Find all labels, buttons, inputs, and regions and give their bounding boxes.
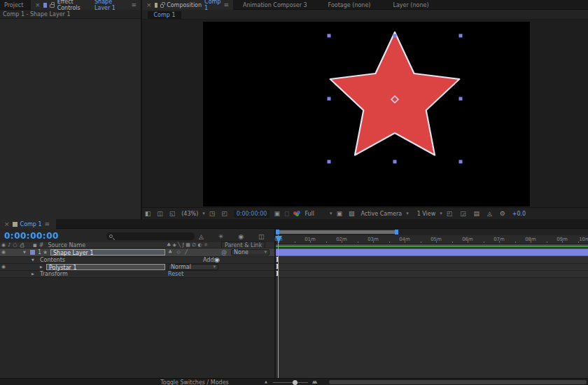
viewer-timecode[interactable]: 0:00:00:00 <box>234 210 270 218</box>
zoom-in-mountain-icon[interactable]: ▲▲ <box>312 379 316 384</box>
search-input[interactable] <box>106 232 195 240</box>
parent-dropdown[interactable]: None ▾ <box>231 249 270 255</box>
tab-project[interactable]: Project <box>0 0 31 10</box>
layer-label-swatch[interactable] <box>30 250 35 255</box>
snapshot-camera-icon[interactable]: ▣ <box>274 211 280 217</box>
tab-composition-label: Composition <box>167 2 202 8</box>
tab-project-label: Project <box>4 2 23 8</box>
zoom-out-mountain-icon[interactable]: ▲ <box>265 380 267 384</box>
layer-switches-icons[interactable]: ♣ ◇ ╱ <box>168 250 189 255</box>
ruler-tick <box>421 241 421 243</box>
close-icon[interactable]: × <box>4 220 10 227</box>
chevron-down-icon: ▾ <box>213 264 216 270</box>
tab-footage[interactable]: Footage (none) <box>324 0 375 10</box>
twirl-closed-icon[interactable]: ▶ <box>40 265 43 269</box>
navigator-handle-right[interactable] <box>395 230 398 234</box>
show-snapshot-icon[interactable]: ◻ <box>284 211 289 217</box>
resolution-dropdown[interactable]: Full <box>304 211 314 217</box>
playhead-line[interactable] <box>278 235 279 378</box>
twirl-open-icon[interactable]: ▼ <box>31 258 34 262</box>
show-channel-icon[interactable] <box>293 211 300 216</box>
close-icon[interactable]: × <box>146 1 152 8</box>
polystar-name[interactable]: Polystar 1 <box>46 264 165 270</box>
timeline-track-area: 0m 01m 02m 03m 04m 05m 06m 07m 08m 09m 1… <box>276 229 588 378</box>
ruler-tick <box>436 241 437 243</box>
panel-menu-icon[interactable]: ≡ <box>45 220 50 227</box>
panel-menu-icon[interactable]: ≡ <box>131 1 136 8</box>
column-parent-link[interactable]: Parent & Link <box>221 241 265 249</box>
tab-animation-composer-label: Animation Composer 3 <box>243 2 307 8</box>
polystar-shape[interactable] <box>330 32 460 155</box>
tab-timeline-comp1[interactable]: × Comp 1 ≡ <box>0 219 56 229</box>
preview-tools-icons[interactable]: ◰ ◲ ▤ ◬ ⚙ <box>447 211 508 217</box>
playhead-head[interactable] <box>275 236 282 243</box>
eye-column-icon: ◉ <box>1 243 6 248</box>
horizontal-scrollbar[interactable] <box>329 380 587 384</box>
hash-column-icon: # <box>39 242 44 248</box>
ruler-tick <box>562 241 563 243</box>
timeline-timecode[interactable]: 0:00:00:00 <box>4 231 59 241</box>
transform-reset-button[interactable]: Reset <box>168 271 183 277</box>
grid-guides-icon[interactable]: ◳ ◰ <box>209 211 230 217</box>
track-rows-bg <box>276 256 588 278</box>
effect-controls-breadcrumb-row: Comp 1 - Shape Layer 1 <box>0 10 141 19</box>
property-row-polystar[interactable]: ◉ ▶ Polystar 1 Normal ▾ <box>0 264 275 271</box>
toggle-switches-button[interactable]: Toggle Switches / Modes <box>153 379 237 385</box>
search-icon <box>109 234 113 238</box>
navigator-bar[interactable] <box>277 230 398 234</box>
timeline-zoom-slider[interactable] <box>273 382 308 383</box>
exposure-value[interactable]: +0.0 <box>512 211 526 217</box>
ruler-tick <box>578 241 579 243</box>
lock-column-icon <box>20 244 24 247</box>
panel-swatch-icon <box>43 3 48 8</box>
close-icon[interactable]: × <box>35 1 41 8</box>
subtab-comp1[interactable]: Comp 1 <box>148 11 181 19</box>
ruler-tick <box>484 241 484 243</box>
twirl-closed-icon[interactable]: ▶ <box>31 272 34 276</box>
ruler-tick <box>295 241 295 243</box>
column-source-name[interactable]: Source Name <box>48 242 86 248</box>
ruler-tick <box>389 241 390 243</box>
tab-layer[interactable]: Layer (none) <box>388 0 433 10</box>
magnification-dropdown[interactable]: (43%) <box>181 211 198 217</box>
add-property-button[interactable]: ◉ <box>214 257 220 263</box>
view-layout-dropdown[interactable]: 1 View <box>417 211 436 217</box>
cached-frames-indicator <box>276 246 588 247</box>
viewer-subtab-row: Comp 1 <box>142 10 588 20</box>
region-of-interest-icon[interactable]: ▣ ▨ <box>337 211 357 217</box>
layer-number: 1 <box>38 249 41 255</box>
viewer-toolbar: ◧ ◫ ◱ (43%) ▾ ◳ ◰ 0:00:00:00 ▣ ◻ Full ▾ … <box>142 207 588 219</box>
audio-column-icon: ♪ <box>8 243 10 248</box>
eye-toggle-icon[interactable]: ◉ <box>1 250 6 255</box>
timeline-tabbar: × Comp 1 ≡ <box>0 219 588 229</box>
pickwhip-icon[interactable]: @ <box>221 249 227 255</box>
navigator-handle-left[interactable] <box>276 230 279 234</box>
panel-menu-icon[interactable]: ≡ <box>223 1 229 8</box>
lock-icon[interactable] <box>50 4 54 8</box>
property-row-transform[interactable]: ▶ Transform Reset <box>0 271 275 278</box>
twirl-open-icon[interactable]: ▼ <box>23 251 26 254</box>
zoom-slider-knob[interactable] <box>293 380 298 385</box>
eye-toggle-icon[interactable]: ◉ <box>1 265 6 270</box>
property-row-contents[interactable]: ▼ Contents Add: ◉ <box>0 257 275 264</box>
blend-mode-dropdown[interactable]: Normal ▾ <box>168 264 218 270</box>
ruler-tick <box>405 241 405 243</box>
chevron-down-icon[interactable]: ▾ <box>202 211 205 216</box>
tab-animation-composer[interactable]: Animation Composer 3 <box>239 0 312 10</box>
transform-label: Transform <box>40 271 68 277</box>
camera-view-dropdown[interactable]: Active Camera <box>360 211 402 217</box>
ruler-tick <box>499 241 500 243</box>
layer-name[interactable]: Shape Layer 1 <box>50 249 165 255</box>
tab-effect-controls[interactable]: × Effect Controls Shape Layer 1 ≡ <box>31 0 141 10</box>
chevron-down-icon[interactable]: ▾ <box>406 211 409 216</box>
timeline-navigator <box>276 229 588 235</box>
contents-label: Contents <box>40 257 65 263</box>
layer-duration-bar[interactable] <box>276 248 588 256</box>
always-preview-icon[interactable]: ◧ ◫ ◱ <box>145 211 177 217</box>
tab-composition[interactable]: × Composition Comp 1 ≡ <box>142 0 233 10</box>
chevron-down-icon[interactable]: ▾ <box>330 211 332 216</box>
lock-icon[interactable] <box>160 4 164 8</box>
chevron-down-icon[interactable]: ▾ <box>440 211 442 216</box>
time-ruler[interactable]: 0m 01m 02m 03m 04m 05m 06m 07m 08m 09m 1… <box>276 235 588 244</box>
layer-row-shape-layer-1[interactable]: ◉ ▼ 1 ★ Shape Layer 1 ♣ ◇ ╱ @ None ▾ <box>0 248 275 257</box>
